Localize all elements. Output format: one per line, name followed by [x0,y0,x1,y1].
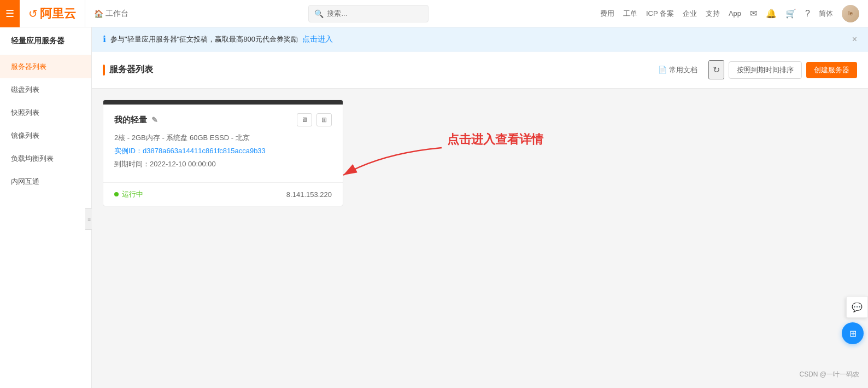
instance-id-label: 实例ID： [114,147,143,155]
chat-icon: 💬 [852,302,863,312]
hamburger-icon: ☰ [5,8,14,20]
floating-buttons: 💬 ⊞ [842,296,868,344]
create-server-button[interactable]: 创建服务器 [806,62,857,78]
sidebar: 轻量应用服务器 服务器列表 磁盘列表 快照列表 镜像列表 负载均衡列表 内网互通… [0,27,92,388]
nav-right-area: 费用 工单 ICP 备案 企业 支持 App ✉ 🔔 🛒 ? 简体 Ie [600,5,859,22]
docs-label: 常用文档 [669,65,697,75]
sidebar-item-images-label: 镜像列表 [11,131,39,140]
top-navigation: ☰ ↺ 阿里云 🏠 工作台 🔍 费用 工单 ICP 备案 企业 支持 App ✉… [0,0,868,27]
server-name-text: 我的轻量 [114,115,147,125]
create-server-label: 创建服务器 [814,66,849,74]
server-card[interactable]: 我的轻量 ✎ 🖥 ⊞ 2核 - 2GB内 [103,100,343,206]
sort-button[interactable]: 按照到期时间排序 [729,61,802,79]
card-footer: 运行中 8.141.153.220 [103,182,343,206]
breadcrumb-text: 工作台 [105,9,128,19]
collapse-icon: ≡ [88,216,91,222]
status-dot [114,192,119,196]
logo-text: 阿里云 [40,5,76,22]
cart-icon[interactable]: 🛒 [785,8,796,19]
edit-name-icon[interactable]: ✎ [151,115,158,124]
notification-icon[interactable]: 🔔 [766,8,777,19]
sidebar-item-snapshots-label: 快照列表 [11,108,39,117]
status-text: 运行中 [122,189,143,199]
server-expire-time: 到期时间：2022-12-10 00:00:00 [114,159,332,169]
card-title-row: 我的轻量 ✎ 🖥 ⊞ [114,113,332,126]
promotion-banner: ℹ 参与"轻量应用服务器"征文投稿，赢取最高800元代金券奖励 点击进入 × [92,27,868,51]
message-icon[interactable]: ✉ [750,8,757,19]
server-specs: 2核 - 2GB内存 - 系统盘 60GB ESSD - 北京 [114,133,332,143]
annotation-container: 点击进入查看详情 [447,131,543,148]
sidebar-item-disks-label: 磁盘列表 [11,85,39,94]
home-icon: 🏠 [94,9,103,18]
server-ip: 8.141.153.220 [286,190,332,199]
refresh-button[interactable]: ↻ [708,60,724,79]
nav-icp[interactable]: ICP 备案 [646,9,674,19]
page-title-text: 服务器列表 [109,64,153,76]
logo-icon: ↺ [28,7,38,20]
nav-support[interactable]: 支持 [706,9,720,19]
docs-icon: 📄 [658,66,667,74]
breadcrumb[interactable]: 🏠 工作台 [85,9,137,19]
hamburger-button[interactable]: ☰ [0,0,20,27]
expire-value: 2022-12-10 00:00:00 [150,160,216,168]
instance-id-value: d3878a663a14411c861fc815acca9b33 [143,147,266,155]
sort-label: 按照到期时间排序 [737,66,794,74]
footer-watermark: CSDN @一叶一码农 [799,370,859,379]
avatar[interactable]: Ie [842,5,859,22]
card-action-icons: 🖥 ⊞ [297,113,332,126]
info-icon: ℹ [103,34,106,44]
main-layout: 轻量应用服务器 服务器列表 磁盘列表 快照列表 镜像列表 负载均衡列表 内网互通… [0,27,868,388]
search-input[interactable] [327,9,423,18]
sidebar-item-images[interactable]: 镜像列表 [0,124,91,147]
server-instance-id: 实例ID：d3878a663a14411c861fc815acca9b33 [114,146,332,156]
sidebar-item-intranet[interactable]: 内网互通 [0,170,91,193]
banner-content: ℹ 参与"轻量应用服务器"征文投稿，赢取最高800元代金券奖励 点击进入 [103,34,333,44]
refresh-icon-symbol: ↻ [713,65,720,74]
watermark-text: CSDN @一叶一码农 [799,370,859,378]
search-box[interactable]: 🔍 [308,5,429,22]
search-area: 🔍 [137,5,600,22]
server-specs-text: 2核 - 2GB内存 - 系统盘 60GB ESSD - 北京 [114,134,250,142]
nav-app[interactable]: App [729,9,741,18]
banner-close-button[interactable]: × [852,34,857,44]
page-title: 服务器列表 [103,64,153,76]
server-name: 我的轻量 ✎ [114,115,158,125]
main-content: ℹ 参与"轻量应用服务器"征文投稿，赢取最高800元代金券奖励 点击进入 × 服… [92,27,868,388]
sidebar-item-servers-label: 服务器列表 [11,62,46,71]
language-switch[interactable]: 简体 [819,9,833,19]
annotation-arrow [327,142,447,186]
page-header: 服务器列表 📄 常用文档 ↻ 按照到期时间排序 创建服务器 [92,51,868,89]
nav-enterprise[interactable]: 企业 [683,9,697,19]
banner-link[interactable]: 点击进入 [302,34,333,44]
sidebar-item-loadbalancer-label: 负载均衡列表 [11,154,54,163]
nav-cost[interactable]: 费用 [600,9,614,19]
help-icon[interactable]: ? [805,9,810,19]
docs-button[interactable]: 📄 常用文档 [652,62,704,78]
card-body: 我的轻量 ✎ 🖥 ⊞ 2核 - 2GB内 [103,105,343,178]
more-actions-button[interactable]: ⊞ [316,113,332,126]
expire-label: 到期时间： [114,160,150,168]
avatar-initials: Ie [848,10,853,16]
sidebar-item-snapshots[interactable]: 快照列表 [0,101,91,124]
chat-float-button[interactable]: 💬 [846,296,868,318]
sidebar-item-intranet-label: 内网互通 [11,177,39,186]
search-icon: 🔍 [314,9,324,18]
more-icon: ⊞ [321,116,327,124]
content-area: 我的轻量 ✎ 🖥 ⊞ 2核 - 2GB内 [92,89,868,217]
nav-ticket[interactable]: 工单 [623,9,637,19]
sidebar-item-loadbalancer[interactable]: 负载均衡列表 [0,147,91,170]
sidebar-item-servers[interactable]: 服务器列表 [0,55,91,78]
qr-float-button[interactable]: ⊞ [842,322,864,344]
banner-text: 参与"轻量应用服务器"征文投稿，赢取最高800元代金券奖励 [110,34,298,44]
console-icon: 🖥 [301,116,308,124]
qr-icon: ⊞ [849,328,857,339]
server-status: 运行中 [114,189,143,199]
logo: ↺ 阿里云 [20,0,85,27]
card-header-bar [103,100,343,105]
title-accent-bar [103,65,105,76]
sidebar-title: 轻量应用服务器 [0,27,91,55]
annotation-text: 点击进入查看详情 [447,132,543,146]
console-icon-button[interactable]: 🖥 [297,113,312,126]
page-actions: 📄 常用文档 ↻ 按照到期时间排序 创建服务器 [652,60,857,79]
sidebar-item-disks[interactable]: 磁盘列表 [0,78,91,101]
